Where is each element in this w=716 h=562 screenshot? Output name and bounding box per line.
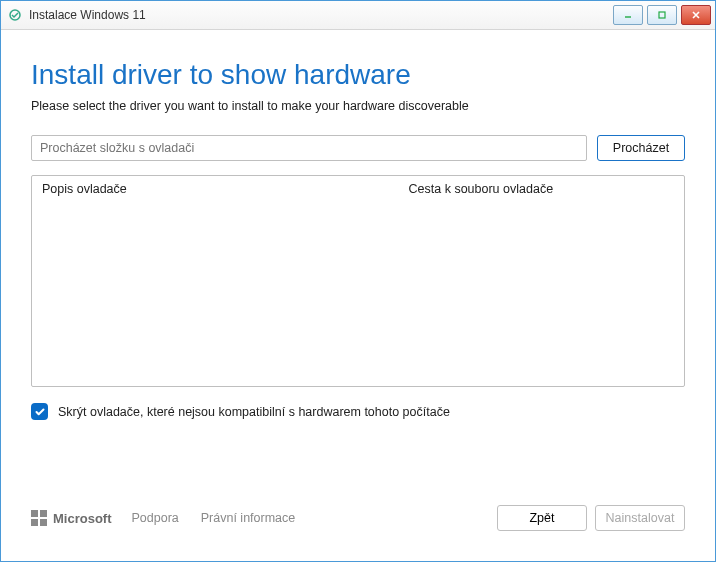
driver-path-input[interactable] bbox=[31, 135, 587, 161]
driver-list-body bbox=[32, 204, 684, 386]
content-area: Install driver to show hardware Please s… bbox=[31, 59, 685, 539]
close-button[interactable] bbox=[681, 5, 711, 25]
column-header-description: Popis ovladače bbox=[42, 182, 409, 196]
microsoft-logo-icon bbox=[31, 510, 47, 526]
column-header-path: Cesta k souboru ovladače bbox=[409, 182, 674, 196]
back-button[interactable]: Zpět bbox=[497, 505, 587, 531]
window-title: Instalace Windows 11 bbox=[29, 8, 146, 22]
hide-incompatible-row: Skrýt ovladače, které nejsou kompatibiln… bbox=[31, 403, 685, 420]
title-bar: Instalace Windows 11 bbox=[1, 1, 715, 30]
microsoft-logo-text: Microsoft bbox=[53, 511, 112, 526]
svg-rect-2 bbox=[659, 12, 665, 18]
hide-incompatible-checkbox[interactable] bbox=[31, 403, 48, 420]
browse-button[interactable]: Procházet bbox=[597, 135, 685, 161]
page-heading: Install driver to show hardware bbox=[31, 59, 685, 91]
microsoft-logo: Microsoft bbox=[31, 510, 112, 526]
driver-list[interactable]: Popis ovladače Cesta k souboru ovladače bbox=[31, 175, 685, 387]
driver-list-header: Popis ovladače Cesta k souboru ovladače bbox=[32, 176, 684, 204]
app-icon bbox=[7, 7, 23, 23]
hide-incompatible-label: Skrýt ovladače, které nejsou kompatibiln… bbox=[58, 405, 450, 419]
footer: Microsoft Podpora Právní informace Zpět … bbox=[31, 505, 685, 531]
window-controls bbox=[613, 5, 715, 25]
driver-path-row: Procházet bbox=[31, 135, 685, 161]
install-button: Nainstalovat bbox=[595, 505, 685, 531]
maximize-button[interactable] bbox=[647, 5, 677, 25]
window-frame: Instalace Windows 11 Install driver to s… bbox=[0, 0, 716, 562]
minimize-button[interactable] bbox=[613, 5, 643, 25]
page-subheading: Please select the driver you want to ins… bbox=[31, 99, 685, 113]
legal-link[interactable]: Právní informace bbox=[201, 511, 295, 525]
support-link[interactable]: Podpora bbox=[132, 511, 179, 525]
